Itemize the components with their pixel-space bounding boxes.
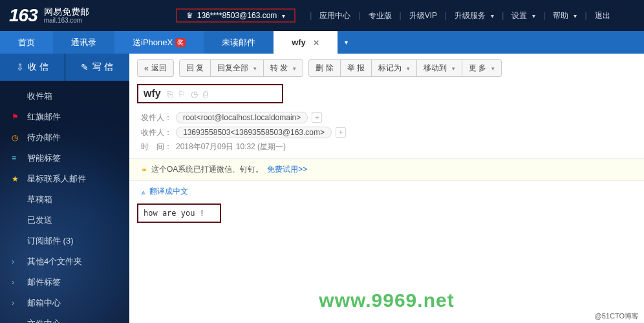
chevron-right-icon: › (12, 278, 22, 287)
user-email-dropdown[interactable]: ♛ 136****8503@163.com ▾ (176, 8, 296, 23)
nav-upgrade-service[interactable]: 升级服务▾ (452, 10, 497, 21)
move-button[interactable]: 移动到 (416, 59, 462, 77)
tab-contacts[interactable]: 通讯录 (53, 31, 114, 54)
chevron-right-icon: › (12, 257, 22, 266)
chevron-down-icon: ▾ (532, 12, 535, 19)
header-nav: |应用中心 |专业版 |升级VIP |升级服务▾ |设置▾ |帮助▾ |退出 (307, 10, 615, 21)
clock-icon: ◷ (12, 133, 22, 142)
edit-icon: ✎ (81, 62, 89, 72)
tab-more-dropdown[interactable]: ▾ (338, 31, 356, 54)
nav-help[interactable]: 帮助▾ (550, 10, 579, 21)
logo-cn: 网易免费邮 (44, 7, 89, 17)
print-icon[interactable]: ⎙ (203, 89, 208, 99)
sidebar-item-draft[interactable]: 草稿箱 (0, 189, 129, 210)
sidebar-item-other[interactable]: ›其他4个文件夹 (0, 251, 129, 272)
sender-label: 发件人： (141, 112, 172, 123)
add-sender-button[interactable]: + (312, 112, 322, 123)
more-button[interactable]: 更 多 (462, 59, 502, 77)
bars-icon: ≡ (12, 154, 22, 163)
tab-bar: 首页 通讯录 送iPhoneX奖 未读邮件 wfy× ▾ (0, 31, 644, 54)
chevron-down-icon: ▾ (574, 12, 577, 19)
promo-link[interactable]: 免费试用>> (267, 164, 307, 175)
back-icon: « (144, 64, 149, 73)
translate-icon: ⟁ (141, 187, 145, 196)
sidebar-item-flag[interactable]: ⚑红旗邮件 (0, 107, 129, 127)
app-header: 163 网易免费邮 mail.163.com ♛ 136****8503@163… (0, 0, 644, 31)
star-icon: ★ (12, 174, 22, 183)
add-recipient-button[interactable]: + (336, 127, 346, 138)
tab-unread[interactable]: 未读邮件 (204, 31, 274, 54)
flag-icon[interactable]: ⚐ (178, 89, 186, 99)
sidebar-item-subscribe[interactable]: 订阅邮件 (3) (0, 231, 129, 251)
logo-163: 163 (9, 5, 38, 26)
chevron-right-icon: › (12, 298, 22, 307)
bookmark-icon[interactable]: ⎘ (167, 89, 173, 99)
promo-bar: ⚭ 这个OA系统已打通微信、钉钉。 免费试用>> (129, 158, 644, 181)
subject-row: wfy ⎘ ⚐ ◷ ⎙ (137, 84, 283, 103)
sidebar-item-todo[interactable]: ◷待办邮件 (0, 127, 129, 148)
mail-subject: wfy (144, 88, 161, 99)
mail-toolbar: «返回 回 复 回复全部 转 发 删 除 举 报 标记为 移动到 更 多 (129, 54, 644, 83)
chevron-down-icon: ▾ (491, 12, 494, 19)
logo-en: mail.163.com (44, 17, 89, 24)
clock-icon[interactable]: ◷ (191, 89, 198, 99)
tab-home[interactable]: 首页 (0, 31, 53, 54)
close-icon[interactable]: × (314, 37, 319, 48)
mark-button[interactable]: 标记为 (371, 59, 417, 77)
sidebar: ⇩收 信 ✎写 信 收件箱 ⚑红旗邮件 ◷待办邮件 ≡智能标签 ★星标联系人邮件… (0, 54, 129, 323)
nav-settings[interactable]: 设置▾ (509, 10, 538, 21)
sidebar-item-sent[interactable]: 已发送 (0, 210, 129, 231)
delete-button[interactable]: 删 除 (308, 59, 340, 77)
back-button[interactable]: «返回 (137, 59, 174, 77)
reply-button[interactable]: 回 复 (179, 59, 211, 77)
watermark: www.9969.net (319, 289, 454, 311)
logo[interactable]: 163 网易免费邮 mail.163.com (0, 5, 98, 26)
nav-logout[interactable]: 退出 (592, 10, 613, 21)
crown-icon: ♛ (186, 11, 193, 20)
nav-pro[interactable]: 专业版 (366, 10, 394, 21)
translate-button[interactable]: ⟁ 翻译成中文 (129, 181, 644, 202)
download-icon: ⇩ (16, 62, 24, 72)
sidebar-item-center[interactable]: ›邮箱中心 (0, 293, 129, 313)
promo-text: 这个OA系统已打通微信、钉钉。 (151, 164, 263, 175)
mail-body: how are you ! (137, 203, 221, 223)
footer-credit: @51CTO博客 (595, 311, 639, 321)
tab-current[interactable]: wfy× (274, 31, 337, 54)
compose-button[interactable]: ✎写 信 (65, 54, 130, 81)
nav-vip[interactable]: 升级VIP (407, 10, 440, 21)
link-icon: ⚭ (141, 165, 147, 174)
chevron-down-icon: ▾ (282, 12, 285, 19)
recipient-label: 收件人： (141, 127, 172, 138)
time-label: 时 间： (141, 141, 172, 152)
reply-all-button[interactable]: 回复全部 (210, 59, 264, 77)
sender-pill[interactable]: root<root@localhost.localdomain> (176, 112, 308, 123)
sidebar-item-tags[interactable]: ›邮件标签 (0, 272, 129, 293)
sidebar-item-inbox[interactable]: 收件箱 (0, 86, 129, 107)
tab-iphone[interactable]: 送iPhoneX奖 (114, 31, 204, 54)
mail-meta: 发件人： root<root@localhost.localdomain> + … (129, 103, 644, 158)
user-email: 136****8503@163.com (197, 11, 277, 20)
recipient-pill[interactable]: 13693558503<13693558503@163.com> (176, 127, 332, 138)
mail-content: «返回 回 复 回复全部 转 发 删 除 举 报 标记为 移动到 更 多 wfy… (129, 54, 644, 323)
sidebar-item-starred[interactable]: ★星标联系人邮件 (0, 169, 129, 189)
mail-time: 2018年07月09日 10:32 (星期一) (176, 141, 286, 152)
sidebar-item-files[interactable]: 文件中心 (0, 313, 129, 323)
flag-icon: ⚑ (12, 112, 22, 121)
receive-button[interactable]: ⇩收 信 (0, 54, 65, 81)
sidebar-item-smart[interactable]: ≡智能标签 (0, 148, 129, 169)
nav-app-center[interactable]: 应用中心 (317, 10, 353, 21)
badge-icon: 奖 (175, 38, 186, 47)
forward-button[interactable]: 转 发 (263, 59, 303, 77)
report-button[interactable]: 举 报 (340, 59, 372, 77)
